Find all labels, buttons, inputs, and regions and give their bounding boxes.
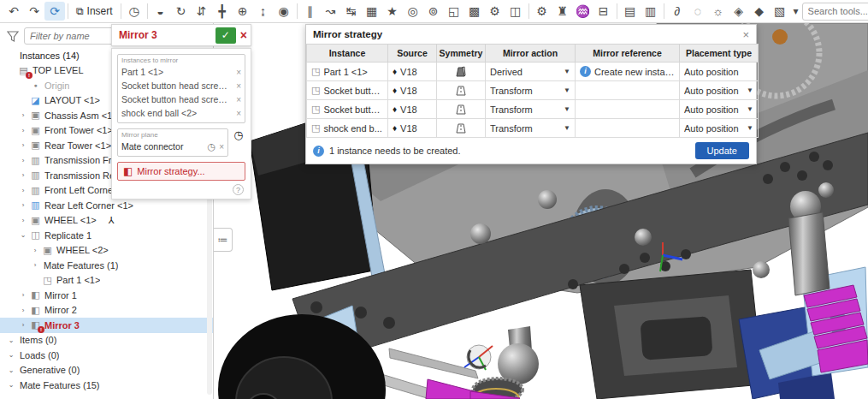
chevron-right-icon[interactable]: › xyxy=(17,141,29,149)
chevron-down-icon[interactable]: ⌄ xyxy=(5,336,17,344)
mate-connector-tool-icon[interactable]: ◷ xyxy=(232,128,245,142)
tree-item-mirror-2[interactable]: ›◧Mirror 2 xyxy=(0,303,213,319)
distance-limit-icon[interactable]: ↹ xyxy=(341,2,362,21)
fastened-mate-icon[interactable]: ◒ xyxy=(151,2,171,21)
part-icon: ◳ xyxy=(311,66,320,77)
ball-mate-icon[interactable]: ◉ xyxy=(274,2,294,21)
display-states-panel-tab[interactable]: ≔ xyxy=(214,228,233,252)
hide-icon[interactable]: ◌ xyxy=(688,2,708,21)
placement-type-dropdown[interactable]: Auto position ▼ xyxy=(680,119,759,138)
tree-item-replicate-1[interactable]: ⌄◫Replicate 1 xyxy=(0,228,213,243)
insert-button[interactable]: ⧉Insert xyxy=(71,3,118,19)
search-tools-input[interactable] xyxy=(808,6,868,16)
mirror-instance-item[interactable]: Part 1 <1> × xyxy=(121,65,241,79)
strategy-close-icon[interactable]: × xyxy=(742,28,749,41)
redo-icon[interactable]: ↷ xyxy=(24,2,44,21)
parallel-relation-icon[interactable]: ∥ xyxy=(300,2,321,21)
belt-icon[interactable]: ♒ xyxy=(573,2,593,21)
history-clock-icon[interactable]: ◷ xyxy=(124,2,145,21)
chevron-right-icon[interactable]: › xyxy=(17,217,29,224)
chevron-right-icon[interactable]: › xyxy=(17,157,29,164)
placement-type-dropdown[interactable]: Auto position xyxy=(680,63,759,81)
mirror-instance-item[interactable]: Socket button head screw M3... × xyxy=(121,92,241,106)
mirror-plane-value[interactable]: Mate connector xyxy=(121,141,183,152)
cylindrical-mate-icon[interactable]: ⊕ xyxy=(233,2,253,21)
remove-instance-icon[interactable]: × xyxy=(233,81,241,91)
chevron-right-icon[interactable]: › xyxy=(17,307,29,314)
slider-mate-icon[interactable]: ⇵ xyxy=(192,2,212,21)
tree-item-wheel-2[interactable]: ›▣WHEEL <2> xyxy=(0,243,213,259)
tree-item-wheel-1[interactable]: ›▣WHEEL <1>⅄ xyxy=(0,213,213,229)
pattern-icon[interactable]: ▩ xyxy=(464,2,485,21)
mirror-action-dropdown[interactable]: Transform ▼ xyxy=(486,81,576,100)
named-position-icon[interactable]: ⊚ xyxy=(423,2,444,21)
tree-item-mirror-1[interactable]: ›◧Mirror 1 xyxy=(0,288,213,303)
remove-plane-icon[interactable]: × xyxy=(216,142,224,152)
bom-icon[interactable]: ▥ xyxy=(641,2,661,21)
chevron-right-icon[interactable]: › xyxy=(17,187,29,194)
mirror-strategy-button[interactable]: ◧ Mirror strategy... xyxy=(117,162,245,181)
placement-type-dropdown[interactable]: Auto position ▼ xyxy=(680,100,759,119)
chevron-right-icon[interactable]: › xyxy=(29,261,41,269)
folder-icon[interactable]: ◫ xyxy=(505,2,526,21)
explode-icon[interactable]: ★ xyxy=(382,2,403,21)
view-settings-icon[interactable]: ▧ xyxy=(770,2,790,21)
mirror-instance-item[interactable]: Socket button head screw M3... × xyxy=(121,79,241,92)
gear-feature-icon[interactable]: ⚙ xyxy=(485,2,505,21)
revolute-mate-icon[interactable]: ↻ xyxy=(171,2,192,21)
tangent-relation-icon[interactable]: ↝ xyxy=(321,2,341,21)
cancel-button[interactable]: × xyxy=(240,28,247,42)
assembly-icon: ▣ xyxy=(41,245,54,256)
chevron-right-icon[interactable]: › xyxy=(17,321,29,329)
asymmetric-icon xyxy=(454,66,468,78)
section-view-icon[interactable]: ∂ xyxy=(667,2,688,21)
chevron-down-icon[interactable]: ⌄ xyxy=(5,351,17,359)
mirror-instance-item[interactable]: shock end ball <2> × xyxy=(121,106,241,120)
mirror-action-dropdown[interactable]: Transform ▼ xyxy=(486,119,576,138)
search-tools-box[interactable]: alt/⌥c xyxy=(802,3,868,21)
mirror-action-dropdown[interactable]: Transform ▼ xyxy=(486,100,576,119)
chevron-down-icon[interactable]: ⌄ xyxy=(5,366,17,374)
confirm-button[interactable]: ✓ xyxy=(216,27,236,44)
tree-item-mate-features-1[interactable]: ›Mate Features (1) xyxy=(0,258,213,273)
chevron-right-icon[interactable]: › xyxy=(29,247,41,254)
tree-item-rear-left-corner-1[interactable]: ›▥Rear Left Corner <1> xyxy=(0,198,213,213)
view-settings-caret[interactable]: ▾ xyxy=(790,2,802,21)
pin-slot-mate-icon[interactable]: ↨ xyxy=(253,2,274,21)
isolate-icon[interactable]: ◈ xyxy=(729,2,749,21)
feature-gears-icon[interactable]: ⚙ xyxy=(532,2,552,21)
connector-icon[interactable]: ⊟ xyxy=(593,2,614,21)
frame-icon[interactable]: ♜ xyxy=(552,2,573,21)
mate-connector-edit-icon[interactable]: ◷ xyxy=(208,141,216,152)
tree-item-generative-0[interactable]: ⌄Generative (0) xyxy=(0,363,213,378)
assembly-icon: ▣ xyxy=(29,125,42,136)
tree-item-items-0[interactable]: ⌄Items (0) xyxy=(0,333,213,348)
planar-mate-icon[interactable]: ╋ xyxy=(212,2,233,21)
placement-type-dropdown[interactable]: Auto position ▼ xyxy=(680,81,759,100)
chevron-right-icon[interactable]: › xyxy=(17,127,29,134)
tree-item-mirror-3[interactable]: ›◧!Mirror 3 xyxy=(0,318,213,333)
chevron-right-icon[interactable]: › xyxy=(17,291,29,299)
drawing-icon[interactable]: ▤ xyxy=(620,2,641,21)
tree-item-mate-features-15[interactable]: ⌄Mate Features (15) xyxy=(0,378,213,393)
remove-instance-icon[interactable]: × xyxy=(233,109,241,118)
group-icon[interactable]: ▦ xyxy=(362,2,382,21)
mirror-action-dropdown[interactable]: Derived ▼ xyxy=(486,63,576,81)
show-all-icon[interactable]: ☼ xyxy=(708,2,729,21)
sync-icon[interactable]: ⟳ xyxy=(44,2,65,21)
help-icon[interactable]: ? xyxy=(233,184,244,195)
chevron-right-icon[interactable]: › xyxy=(17,201,29,209)
revolve-icon[interactable]: ◎ xyxy=(403,2,423,21)
tree-item-part-1-1[interactable]: ◳Part 1 <1> xyxy=(0,273,213,289)
chevron-right-icon[interactable]: › xyxy=(17,111,29,119)
undo-icon[interactable]: ↶ xyxy=(3,2,24,21)
chevron-down-icon[interactable]: ⌄ xyxy=(5,381,17,389)
remove-instance-icon[interactable]: × xyxy=(233,68,241,77)
in-context-icon[interactable]: ◱ xyxy=(444,2,464,21)
appearance-icon[interactable]: ◆ xyxy=(749,2,770,21)
chevron-right-icon[interactable]: › xyxy=(17,171,29,179)
chevron-down-icon[interactable]: ⌄ xyxy=(17,231,29,239)
update-button[interactable]: Update xyxy=(695,142,749,159)
tree-item-loads-0[interactable]: ⌄Loads (0) xyxy=(0,348,213,363)
remove-instance-icon[interactable]: × xyxy=(233,95,241,104)
